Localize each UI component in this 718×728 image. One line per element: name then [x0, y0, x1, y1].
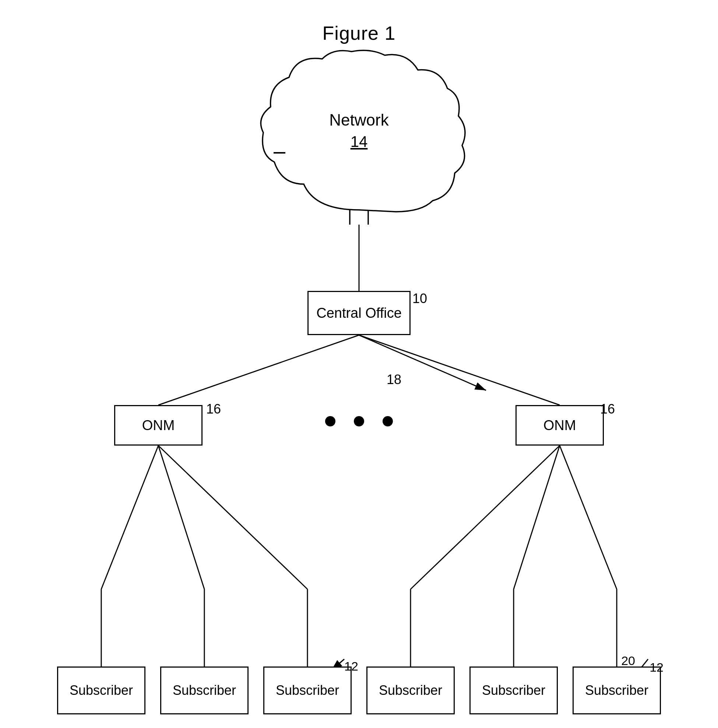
label-12-last: 12 [649, 660, 663, 674]
svg-line-9 [158, 445, 204, 589]
dot-1 [325, 416, 335, 427]
cloud-shape: Network 14 [252, 48, 466, 225]
figure-title: Figure 1 [0, 0, 718, 44]
svg-line-8 [101, 445, 158, 589]
svg-line-11 [411, 445, 560, 589]
subscriber-box-1: Subscriber [57, 667, 145, 714]
subscriber-box-3: Subscriber [263, 667, 351, 714]
subscriber-label-4: Subscriber [379, 683, 442, 698]
onm-right-label: ONM [544, 418, 576, 433]
svg-line-10 [158, 445, 307, 589]
subscriber-label-2: Subscriber [173, 683, 236, 698]
label-10: 10 [412, 291, 427, 306]
ellipsis-dots [325, 416, 393, 427]
svg-line-5 [359, 335, 560, 405]
svg-line-13 [560, 445, 617, 589]
subscriber-label-3: Subscriber [276, 683, 339, 698]
onm-right-box: ONM [515, 405, 604, 445]
dot-2 [354, 416, 364, 427]
svg-line-7 [359, 335, 486, 390]
label-16-right: 16 [600, 401, 615, 417]
onm-left-label: ONM [142, 418, 175, 433]
diagram-container: Figure 1 Network 14 [0, 0, 718, 728]
subscriber-box-4: Subscriber [367, 667, 455, 714]
subscriber-label-6: Subscriber [585, 683, 648, 698]
dot-3 [383, 416, 393, 427]
label-16-left: 16 [206, 401, 221, 417]
subscriber-box-2: Subscriber [160, 667, 249, 714]
svg-line-12 [514, 445, 560, 589]
network-number: 14 [351, 133, 368, 151]
subscriber-box-6: Subscriber [573, 667, 661, 714]
subscriber-label-5: Subscriber [482, 683, 545, 698]
label-12-sub3: 12 [344, 659, 358, 673]
subscriber-row: Subscriber Subscriber Subscriber Subscri… [0, 667, 718, 714]
network-label: Network [329, 111, 388, 129]
subscriber-box-5: Subscriber [469, 667, 558, 714]
label-18: 18 [386, 372, 401, 387]
subscriber-label-1: Subscriber [70, 683, 133, 698]
label-20: 20 [621, 654, 635, 668]
onm-left-box: ONM [114, 405, 203, 445]
svg-line-4 [158, 335, 359, 405]
central-office-box: Central Office [307, 291, 411, 335]
central-office-label: Central Office [316, 305, 402, 321]
